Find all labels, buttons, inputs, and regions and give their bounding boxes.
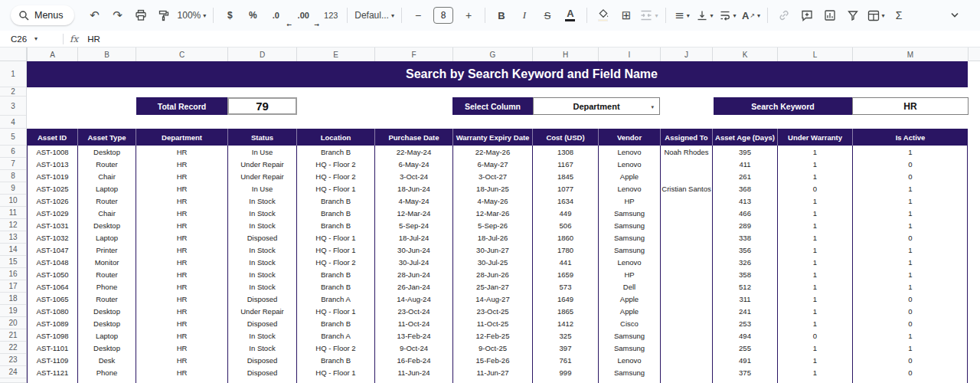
table-cell[interactable]: In Stock xyxy=(227,329,296,342)
table-cell[interactable]: 4-May-24 xyxy=(374,195,452,207)
table-cell[interactable]: 30-Jul-24 xyxy=(374,256,452,268)
table-cell[interactable]: 23-Oct-25 xyxy=(452,305,532,317)
table-cell[interactable] xyxy=(296,378,374,383)
table-cell[interactable]: 4-May-26 xyxy=(452,195,532,207)
select-column-dropdown[interactable]: Department ▾ xyxy=(533,97,660,115)
table-cell[interactable]: In Stock xyxy=(227,256,296,268)
table-cell[interactable] xyxy=(660,329,712,342)
table-cell[interactable]: 325 xyxy=(532,329,598,342)
table-cell[interactable]: AST-1109 xyxy=(27,354,77,366)
table-cell[interactable]: 0 xyxy=(777,329,852,342)
table-cell[interactable]: 1865 xyxy=(532,305,598,317)
table-cell[interactable]: Branch B xyxy=(296,354,374,366)
formula-input[interactable]: HR xyxy=(87,34,100,44)
table-cell[interactable]: HR xyxy=(136,146,227,158)
table-cell[interactable]: Lenovo xyxy=(598,158,660,170)
insert-chart-button[interactable] xyxy=(818,5,841,25)
table-cell[interactable] xyxy=(660,305,712,317)
table-cell[interactable]: 28-Jun-26 xyxy=(452,268,532,280)
table-cell[interactable]: 1308 xyxy=(532,146,598,158)
table-cell[interactable]: 368 xyxy=(712,182,777,195)
row-header-11[interactable]: 11 xyxy=(0,207,26,219)
table-cell[interactable]: Samsung xyxy=(598,231,660,244)
table-cell[interactable]: AST-1026 xyxy=(27,195,77,207)
table-cell[interactable]: 18-Jun-25 xyxy=(452,182,532,195)
table-cell[interactable]: 1 xyxy=(852,195,968,207)
table-cell[interactable]: 0 xyxy=(852,231,968,244)
table-cell[interactable]: Chair xyxy=(77,207,136,219)
table-cell[interactable]: Disposed xyxy=(227,354,296,366)
row-header-22[interactable]: 22 xyxy=(0,342,26,354)
table-cell[interactable] xyxy=(77,378,136,383)
table-cell[interactable] xyxy=(660,268,712,280)
table-cell[interactable]: Router xyxy=(77,293,136,305)
table-cell[interactable]: 0 xyxy=(852,317,968,329)
table-cell[interactable]: Desktop xyxy=(77,305,136,317)
table-cell[interactable]: 1167 xyxy=(532,158,598,170)
row-header-25[interactable] xyxy=(0,378,26,383)
table-cell[interactable]: 441 xyxy=(532,256,598,268)
table-cell[interactable] xyxy=(660,280,712,293)
table-cell[interactable]: HQ - Floor 1 xyxy=(296,182,374,195)
table-cell[interactable]: 13-Feb-24 xyxy=(374,329,452,342)
table-cell[interactable]: HQ - Floor 1 xyxy=(296,366,374,378)
table-cell[interactable]: 18-Jul-24 xyxy=(374,231,452,244)
table-cell[interactable]: 1 xyxy=(852,182,968,195)
table-cell[interactable]: 23-Oct-24 xyxy=(374,305,452,317)
table-cell[interactable]: 1 xyxy=(852,146,968,158)
table-cell[interactable]: HR xyxy=(136,182,227,195)
table-cell[interactable]: Desktop xyxy=(77,146,136,158)
table-header-cell[interactable]: Asset Type xyxy=(77,129,136,146)
table-cell[interactable]: AST-1089 xyxy=(27,317,77,329)
table-cell[interactable]: 311 xyxy=(712,293,777,305)
table-cell[interactable]: 1 xyxy=(777,231,852,244)
table-cell[interactable]: 1 xyxy=(852,280,968,293)
table-cell[interactable]: 253 xyxy=(712,317,777,329)
row-header-10[interactable]: 10 xyxy=(0,195,26,207)
row-header-18[interactable]: 18 xyxy=(0,293,26,305)
table-header-cell[interactable]: Asset ID xyxy=(27,129,77,146)
decrease-font-size-button[interactable]: − xyxy=(407,5,430,25)
table-cell[interactable]: 375 xyxy=(712,366,777,378)
table-cell[interactable]: 1 xyxy=(777,342,852,354)
text-wrap-button[interactable]: ▾ xyxy=(717,5,740,25)
table-cell[interactable]: 9-Oct-24 xyxy=(374,342,452,354)
table-cell[interactable]: Desk xyxy=(77,354,136,366)
table-cell[interactable]: 466 xyxy=(712,207,777,219)
table-header-cell[interactable]: Department xyxy=(136,129,227,146)
table-cell[interactable]: AST-1025 xyxy=(27,182,77,195)
table-cell[interactable]: 3-Oct-27 xyxy=(452,170,532,182)
create-filter-button[interactable] xyxy=(841,5,864,25)
table-cell[interactable]: AST-1080 xyxy=(27,305,77,317)
zoom-control[interactable]: 100% ▾ xyxy=(175,5,209,25)
column-header-H[interactable]: H xyxy=(532,47,598,61)
table-header-cell[interactable]: Warranty Expiry Date xyxy=(452,129,532,146)
table-cell[interactable]: In Stock xyxy=(227,244,296,256)
table-cell[interactable]: Samsung xyxy=(598,219,660,231)
table-cell[interactable]: 1845 xyxy=(532,170,598,182)
table-cell[interactable]: Apple xyxy=(598,170,660,182)
table-cell[interactable]: 573 xyxy=(532,280,598,293)
table-cell[interactable]: Samsung xyxy=(598,342,660,354)
font-size-input[interactable]: 8 xyxy=(433,7,453,24)
table-cell[interactable]: 1 xyxy=(777,207,852,219)
table-cell[interactable]: 11-Jun-27 xyxy=(452,366,532,378)
table-cell[interactable]: 15-Feb-26 xyxy=(452,354,532,366)
table-cell[interactable]: Branch A xyxy=(296,293,374,305)
print-icon[interactable] xyxy=(129,5,152,25)
table-cell[interactable]: HR xyxy=(136,170,227,182)
table-cell[interactable]: 1 xyxy=(852,219,968,231)
table-cell[interactable]: HR xyxy=(136,195,227,207)
table-cell[interactable]: Lenovo xyxy=(598,354,660,366)
table-cell[interactable]: 1 xyxy=(852,244,968,256)
table-cell[interactable]: 26-Jan-24 xyxy=(374,280,452,293)
table-cell[interactable] xyxy=(660,244,712,256)
row-header-15[interactable]: 15 xyxy=(0,256,26,268)
table-cell[interactable]: In Stock xyxy=(227,342,296,354)
more-formats-button[interactable]: 123 xyxy=(319,5,342,25)
table-cell[interactable]: 1 xyxy=(852,329,968,342)
table-cell[interactable]: Branch B xyxy=(296,268,374,280)
column-header-F[interactable]: F xyxy=(374,47,452,61)
table-cell[interactable]: In Stock xyxy=(227,207,296,219)
table-cell[interactable]: Apple xyxy=(598,305,660,317)
